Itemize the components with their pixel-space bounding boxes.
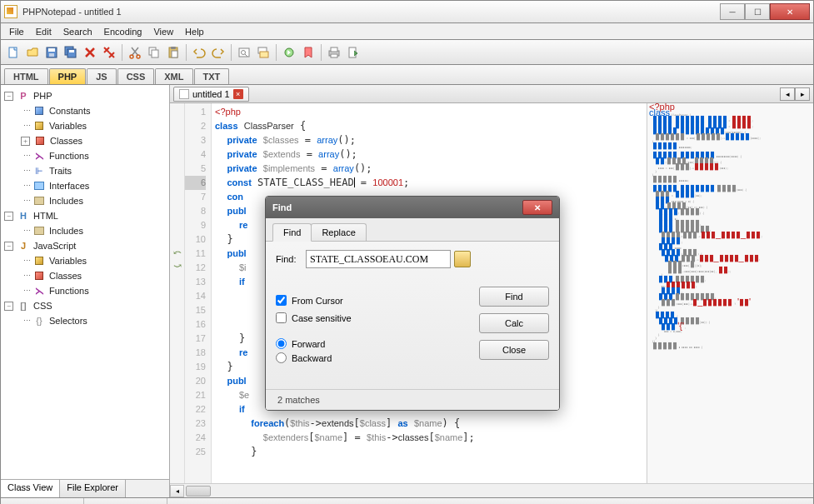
copy-icon[interactable] [145,43,163,62]
tree-css[interactable]: CSS [33,301,52,311]
tab-css[interactable]: CSS [117,68,155,84]
svg-rect-3 [49,53,54,57]
close-file-icon[interactable] [81,43,99,62]
horizontal-scrollbar[interactable]: ◂ [170,483,813,497]
menu-encoding[interactable]: Encoding [99,25,147,38]
cut-icon[interactable] [126,43,144,62]
save-all-icon[interactable] [62,43,80,62]
language-tabs: HTML PHP JS CSS XML TXT [0,65,814,85]
find-input[interactable] [306,250,451,268]
case-sensitive-label: Case sensitive [292,313,352,323]
tree-php[interactable]: PHP [33,91,52,101]
window-title: PHPNotepad - untitled 1 [22,7,720,17]
find-dialog-title: Find [272,202,292,212]
menu-file[interactable]: File [4,25,29,38]
tree-js-classes[interactable]: Classes [49,271,82,281]
tab-xml[interactable]: XML [155,68,192,84]
svg-rect-14 [239,48,249,57]
tab-nav-left[interactable]: ◂ [780,87,795,101]
tree-traits[interactable]: Traits [49,166,72,176]
print-icon[interactable] [325,43,343,62]
undo-icon[interactable] [190,43,208,62]
find-dialog: Find ✕ Find Replace Find: From Cursor Ca… [265,196,560,411]
tree-selectors[interactable]: Selectors [49,316,87,326]
forward-radio[interactable] [276,338,287,349]
tree-html-includes[interactable]: Includes [49,226,83,236]
tab-html[interactable]: HTML [4,68,48,84]
backward-radio[interactable] [276,352,287,363]
toolbar [0,40,814,65]
open-file-icon[interactable] [23,43,42,62]
menubar: File Edit Search Encoding View Help [0,23,814,40]
find-dialog-close-icon[interactable]: ✕ [522,200,552,215]
editor-tab-untitled[interactable]: untitled 1 × [173,87,249,102]
svg-rect-2 [48,48,55,52]
window-close-button[interactable]: ✕ [770,3,810,20]
scroll-left-icon[interactable]: ◂ [170,485,184,497]
tree-variables[interactable]: Variables [49,121,87,131]
tab-file-explorer[interactable]: File Explorer [60,480,126,497]
app-icon [4,5,17,18]
svg-rect-6 [69,50,74,52]
class-tree[interactable]: −PPHP ⋯Constants ⋯Variables +Classes ⋯⋋F… [1,85,169,479]
find-icon[interactable] [235,43,253,62]
replace-icon[interactable] [254,43,272,62]
tree-functions[interactable]: Functions [49,151,89,161]
tree-includes[interactable]: Includes [49,196,83,206]
forward-label: Forward [292,339,325,349]
statusbar: Ln:6 Col:25 ANSI [0,498,814,504]
from-cursor-label: From Cursor [292,296,343,306]
minimap[interactable]: <?php class ClassParser { ▮▮▮▮ ▮▮▮▮▮▮ ▮▮… [647,103,813,483]
bookmark-icon[interactable] [299,43,317,62]
close-all-icon[interactable] [100,43,118,62]
tab-js[interactable]: JS [87,68,116,84]
find-button[interactable]: Find [479,287,549,307]
line-gutter: 1234567891011121314151617181920212223242… [185,103,212,483]
find-dialog-titlebar[interactable]: Find ✕ [266,197,559,218]
tab-php[interactable]: PHP [49,68,87,84]
scroll-thumb[interactable] [186,486,211,497]
calc-button[interactable]: Calc [479,313,549,333]
tree-classes[interactable]: Classes [50,136,82,146]
paste-icon[interactable] [164,43,182,62]
menu-view[interactable]: View [148,25,178,38]
replace-tab[interactable]: Replace [311,223,366,241]
maximize-button[interactable]: ☐ [745,3,770,20]
tree-js-vars[interactable]: Variables [49,256,87,266]
close-tab-icon[interactable]: × [233,89,243,99]
case-sensitive-checkbox[interactable] [276,312,287,323]
tree-js-functions[interactable]: Functions [49,286,89,296]
tree-js[interactable]: JavaScript [33,241,76,251]
menu-edit[interactable]: Edit [31,25,57,38]
svg-rect-10 [152,50,158,57]
redo-icon[interactable] [209,43,227,62]
find-tab[interactable]: Find [272,223,312,242]
editor-tabs: untitled 1 × ◂ ▸ [170,85,813,103]
svg-rect-12 [171,47,176,49]
close-button[interactable]: Close [479,340,549,360]
status-col: Col:25 [84,498,167,504]
tab-class-view[interactable]: Class View [1,480,60,497]
window-titlebar: PHPNotepad - untitled 1 ─ ☐ ✕ [0,0,814,23]
menu-search[interactable]: Search [58,25,97,38]
svg-rect-13 [172,51,177,57]
new-file-icon[interactable] [4,43,22,62]
minimize-button[interactable]: ─ [720,3,745,20]
tree-html[interactable]: HTML [33,211,58,221]
tab-txt[interactable]: TXT [194,68,230,84]
export-icon[interactable] [344,43,362,62]
tree-interfaces[interactable]: Interfaces [49,181,89,191]
tab-nav-right[interactable]: ▸ [795,87,810,101]
menu-help[interactable]: Help [180,25,209,38]
file-icon [179,89,189,99]
paste-icon[interactable] [454,251,471,267]
svg-rect-21 [331,54,337,57]
tree-constants[interactable]: Constants [49,106,91,116]
from-cursor-checkbox[interactable] [276,295,287,306]
goto-icon[interactable] [280,43,298,62]
sidebar: −PPHP ⋯Constants ⋯Variables +Classes ⋯⋋F… [1,85,170,497]
status-encoding: ANSI [167,498,813,504]
history-gutter: ⤺⤻ [170,103,185,483]
svg-point-8 [137,55,140,58]
save-icon[interactable] [42,43,61,62]
